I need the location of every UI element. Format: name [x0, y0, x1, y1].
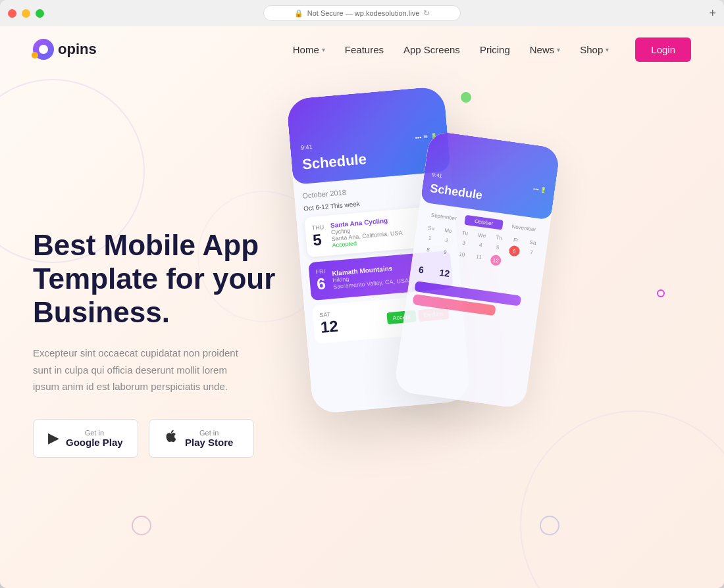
minimize-button[interactable]	[22, 9, 30, 18]
google-play-button[interactable]: ▶ Get in Google Play	[33, 419, 138, 458]
play-store-text: Get in Play Store	[185, 429, 233, 448]
apple-icon	[164, 429, 178, 447]
hero-left: Best Mobile App Template for your Busine…	[33, 229, 329, 457]
nav-shop[interactable]: Shop ▾	[580, 44, 609, 55]
chevron-down-icon: ▾	[557, 46, 560, 53]
titlebar: 🔒 Not Secure — wp.kodesolution.live ↻ +	[0, 0, 724, 26]
url-text: Not Secure — wp.kodesolution.live	[307, 9, 420, 17]
chevron-down-icon: ▾	[322, 46, 325, 53]
nav-app-screens[interactable]: App Screens	[403, 44, 460, 55]
google-play-icon: ▶	[48, 429, 59, 447]
hero-section: Best Mobile App Template for your Busine…	[0, 72, 724, 588]
logo-dot	[32, 52, 38, 59]
add-tab-button[interactable]: +	[709, 7, 716, 20]
nav-pricing[interactable]: Pricing	[480, 44, 510, 55]
logo-inner	[39, 45, 48, 54]
traffic-lights	[8, 9, 44, 18]
cta-buttons: ▶ Get in Google Play Get in Play Store	[33, 419, 329, 458]
browser-window: 🔒 Not Secure — wp.kodesolution.live ↻ +	[0, 0, 724, 588]
logo-text: opins	[58, 41, 97, 58]
nav-features[interactable]: Features	[345, 44, 384, 55]
refresh-icon: ↻	[423, 9, 430, 18]
logo[interactable]: opins	[33, 39, 97, 60]
hero-description: Excepteur sint occaecat cupidatat non pr…	[33, 345, 244, 395]
hero-title: Best Mobile App Template for your Busine…	[33, 229, 329, 329]
login-button[interactable]: Login	[635, 37, 691, 62]
close-button[interactable]	[8, 9, 16, 18]
google-play-text: Get in Google Play	[66, 429, 123, 448]
play-store-button[interactable]: Get in Play Store	[149, 419, 254, 458]
lock-icon: 🔒	[294, 9, 303, 18]
phone2-content: September October November Su Mo Tu We T…	[405, 202, 551, 331]
nav-home[interactable]: Home ▾	[293, 44, 325, 55]
navbar: opins Home ▾ Features App Screens Pricin…	[0, 26, 724, 72]
logo-icon	[33, 39, 54, 60]
maximize-button[interactable]	[36, 9, 44, 18]
url-bar[interactable]: 🔒 Not Secure — wp.kodesolution.live ↻	[263, 5, 461, 21]
nav-links: Home ▾ Features App Screens Pricing News…	[293, 37, 691, 62]
nav-news[interactable]: News ▾	[530, 44, 561, 55]
chevron-down-icon: ▾	[606, 46, 609, 53]
main-content: opins Home ▾ Features App Screens Pricin…	[0, 26, 724, 588]
hero-phones: 9:41 ▪▪▪ ≋ 🔋 Schedule October 2018 Oct 6…	[267, 59, 724, 588]
